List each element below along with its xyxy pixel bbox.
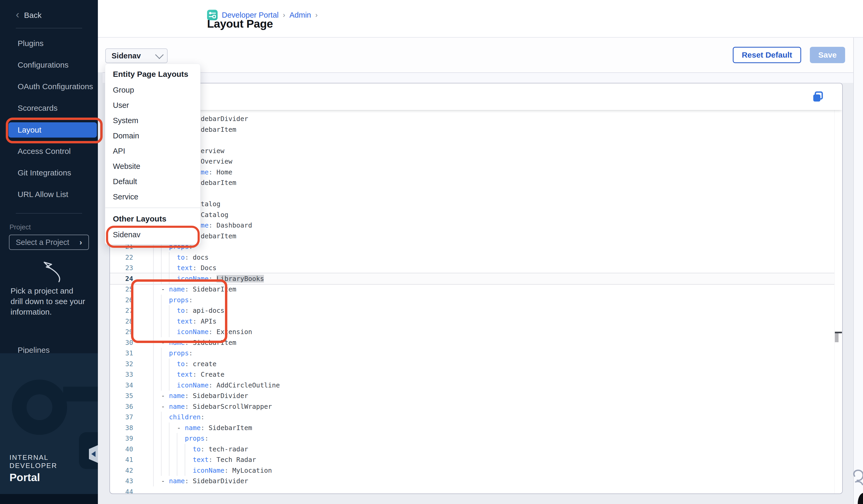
code-line-content: to: docs	[153, 252, 209, 263]
menu-item-website[interactable]: Website	[105, 159, 200, 174]
code-line-39[interactable]: 39props:	[110, 433, 836, 444]
project-hint-text: Pick a project and drill down to see you…	[11, 286, 87, 317]
layout-type-select[interactable]: Sidenav	[105, 48, 167, 63]
code-line-33[interactable]: 33text: Create	[110, 369, 836, 380]
code-line-content: to: api-docs	[153, 305, 224, 316]
breadcrumb-admin-link[interactable]: Admin	[289, 11, 311, 20]
code-line-18[interactable]: 18text: Catalog	[110, 210, 836, 220]
reset-default-button[interactable]: Reset Default	[733, 47, 801, 63]
code-line-31[interactable]: 31props:	[110, 348, 836, 358]
menu-group-header: Other Layouts	[105, 211, 200, 227]
line-number: 22	[110, 252, 133, 263]
code-line-15[interactable]: 15- name: SidebarItem	[110, 177, 836, 188]
menu-item-domain[interactable]: Domain	[105, 128, 200, 143]
sidebar-item-configurations[interactable]: Configurations	[0, 54, 98, 76]
code-line-11[interactable]: 11props:	[110, 135, 836, 146]
code-line-24[interactable]: 24iconName: LibraryBooks	[110, 273, 836, 285]
code-line-25[interactable]: 25- name: SidebarItem	[110, 284, 836, 294]
code-line-21[interactable]: 21props:	[110, 241, 836, 252]
back-button[interactable]: ‹ Back	[16, 8, 41, 23]
code-line-28[interactable]: 28text: APIs	[110, 316, 836, 327]
accessibility-widget-partial-icon[interactable]	[851, 467, 863, 504]
editor-scrollbar-thumb[interactable]	[835, 333, 839, 342]
line-number: 32	[110, 358, 133, 369]
sidebar-item-layout[interactable]: Layout	[9, 122, 97, 138]
copy-icon[interactable]	[812, 90, 825, 103]
page-scrollbar-track[interactable]	[854, 38, 863, 504]
editor-header	[110, 84, 842, 110]
menu-item-default[interactable]: Default	[105, 174, 200, 189]
code-line-9[interactable]: 9- name: SidebarDivider	[110, 113, 836, 124]
code-line-content: children:	[153, 412, 209, 423]
code-line-10[interactable]: 10- name: SidebarItem	[110, 124, 836, 135]
menu-divider	[105, 207, 200, 208]
code-line-30[interactable]: 30- name: SidebarItem	[110, 337, 836, 348]
line-number: 28	[110, 316, 133, 327]
code-line-content: iconName: Extension	[153, 326, 252, 337]
code-line-content: - name: SidebarItem	[153, 284, 236, 294]
yaml-editor-panel: 9- name: SidebarDivider10- name: Sidebar…	[110, 83, 843, 494]
line-number: 27	[110, 305, 133, 316]
code-line-content: to: tech-radar	[153, 444, 248, 455]
line-number: 33	[110, 369, 133, 380]
code-line-27[interactable]: 27to: api-docs	[110, 305, 836, 316]
menu-item-user[interactable]: User	[105, 98, 200, 113]
line-number: 37	[110, 412, 133, 423]
code-line-20[interactable]: 20- name: SidebarItem	[110, 231, 836, 241]
menu-item-group[interactable]: Group	[105, 82, 200, 98]
line-number: 25	[110, 284, 133, 294]
code-line-content: - name: SidebarDivider	[153, 390, 248, 401]
code-line-26[interactable]: 26props:	[110, 294, 836, 305]
layout-dropdown-menu: Entity Page LayoutsGroupUserSystemDomain…	[105, 64, 200, 244]
code-line-12[interactable]: 12to: overview	[110, 146, 836, 156]
code-line-35[interactable]: 35- name: SidebarDivider	[110, 390, 836, 401]
code-line-29[interactable]: 29iconName: Extension	[110, 326, 836, 337]
code-line-38[interactable]: 38- name: SidebarItem	[110, 423, 836, 433]
project-select[interactable]: Select a Project ›	[9, 235, 89, 250]
code-line-22[interactable]: 22to: docs	[110, 252, 836, 263]
editor-scrollbar-track[interactable]	[834, 110, 842, 493]
menu-group-header: Entity Page Layouts	[105, 66, 200, 82]
code-line-36[interactable]: 36- name: SidebarScrollWrapper	[110, 401, 836, 412]
watermark-ring	[12, 380, 67, 435]
code-line-44[interactable]: 44	[110, 487, 836, 494]
sidebar-divider-top	[16, 28, 82, 28]
code-line-23[interactable]: 23text: Docs	[110, 263, 836, 273]
project-label: Project	[10, 223, 31, 231]
sidebar-item-git-integrations[interactable]: Git Integrations	[0, 162, 98, 184]
page-title: Layout Page	[207, 17, 273, 30]
code-line-32[interactable]: 32to: create	[110, 358, 836, 369]
code-line-34[interactable]: 34iconName: AddCircleOutline	[110, 380, 836, 391]
code-line-17[interactable]: 17to: catalog	[110, 199, 836, 210]
line-number: 39	[110, 433, 133, 444]
menu-item-system[interactable]: System	[105, 113, 200, 128]
code-line-content: props:	[153, 433, 213, 444]
code-line-16[interactable]: 16props:	[110, 188, 836, 199]
sidebar-item-scorecards[interactable]: Scorecards	[0, 97, 98, 119]
code-line-40[interactable]: 40to: tech-radar	[110, 444, 836, 455]
code-line-content: iconName: MyLocation	[153, 465, 272, 476]
code-line-content: - name: SidebarItem	[153, 337, 236, 348]
code-line-42[interactable]: 42iconName: MyLocation	[110, 465, 836, 476]
code-line-43[interactable]: 43- name: SidebarDivider	[110, 476, 836, 487]
code-line-14[interactable]: 14iconName: Home	[110, 167, 836, 178]
save-button[interactable]: Save	[810, 47, 845, 63]
code-line-content: text: Tech Radar	[153, 454, 256, 465]
sidebar-item-plugins[interactable]: Plugins	[0, 33, 98, 54]
code-line-13[interactable]: 13text: Overview	[110, 156, 836, 167]
code-line-41[interactable]: 41text: Tech Radar	[110, 454, 836, 465]
brand-line1: INTERNAL DEVELOPER	[10, 453, 98, 470]
back-label: Back	[24, 11, 41, 20]
sidebar-item-url-allow-list[interactable]: URL Allow List	[0, 184, 98, 205]
code-line-19[interactable]: 19iconName: Dashboard	[110, 220, 836, 231]
code-line-37[interactable]: 37children:	[110, 412, 836, 423]
line-number: 29	[110, 326, 133, 337]
sidebar-bottom-strip	[0, 494, 98, 504]
sidebar-item-oauth-configurations[interactable]: OAuth Configurations	[0, 76, 98, 97]
code-area[interactable]: 9- name: SidebarDivider10- name: Sidebar…	[110, 110, 842, 493]
menu-item-service[interactable]: Service	[105, 189, 200, 204]
breadcrumb-separator-icon: ›	[315, 11, 317, 19]
sidebar-item-access-control[interactable]: Access Control	[0, 140, 98, 162]
menu-item-api[interactable]: API	[105, 143, 200, 159]
menu-item-sidenav[interactable]: Sidenav	[105, 227, 200, 242]
